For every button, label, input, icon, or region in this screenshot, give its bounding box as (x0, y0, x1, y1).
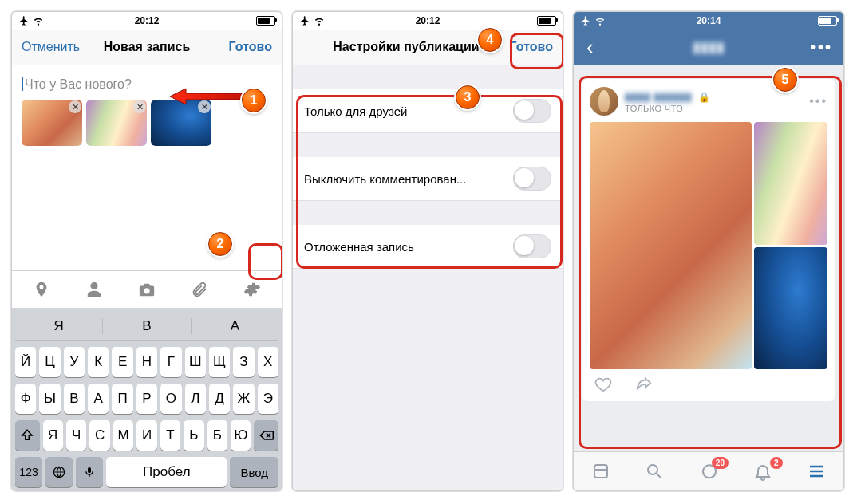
post-photos[interactable] (590, 122, 827, 369)
key-П[interactable]: П (112, 384, 132, 414)
post-photo[interactable] (754, 122, 827, 245)
key-В[interactable]: В (64, 384, 85, 414)
suggestion[interactable]: В (103, 318, 191, 334)
callout-4: 4 (478, 28, 502, 52)
like-button[interactable] (594, 376, 612, 393)
key-Б[interactable]: Б (207, 420, 227, 451)
key-Ф[interactable]: Ф (15, 384, 36, 414)
key-Р[interactable]: Р (136, 384, 157, 414)
toggle-switch[interactable] (513, 234, 551, 258)
numeric-key[interactable]: 123 (15, 457, 42, 487)
camera-icon[interactable] (136, 279, 157, 300)
done-button[interactable]: Готово (224, 40, 277, 54)
key-Н[interactable]: Н (136, 347, 157, 377)
mic-key[interactable] (76, 457, 103, 487)
key-Е[interactable]: Е (112, 347, 132, 377)
share-button[interactable] (634, 376, 654, 393)
suggestion[interactable]: Я (15, 318, 103, 334)
key-И[interactable]: И (136, 420, 156, 451)
key-К[interactable]: К (88, 347, 109, 377)
key-Т[interactable]: Т (160, 420, 180, 451)
remove-icon[interactable]: ✕ (198, 100, 211, 113)
done-button[interactable]: Готово (505, 40, 558, 54)
more-button[interactable]: ••• (804, 38, 839, 57)
key-С[interactable]: С (89, 420, 109, 451)
key-О[interactable]: О (160, 384, 181, 414)
callout-5: 5 (773, 68, 797, 92)
photo-thumbnail[interactable]: ✕ (151, 100, 211, 146)
airplane-mode-icon (580, 15, 591, 26)
attached-thumbnails: ✕ ✕ ✕ (22, 100, 272, 146)
setting-disable-comments[interactable]: Выключить комментирован... (293, 157, 563, 201)
key-Ю[interactable]: Ю (231, 420, 251, 451)
status-bar: 20:14 (574, 12, 843, 30)
cancel-button[interactable]: Отменить (17, 40, 85, 54)
key-Ь[interactable]: Ь (184, 420, 203, 451)
toggle-switch[interactable] (513, 167, 551, 191)
key-Э[interactable]: Э (258, 384, 278, 414)
key-А[interactable]: А (88, 384, 109, 414)
attachment-icon[interactable] (189, 279, 210, 300)
key-Ч[interactable]: Ч (66, 420, 86, 451)
key-Х[interactable]: Х (258, 347, 278, 377)
suggestion[interactable]: А (192, 318, 278, 334)
phone-screen-2: 20:12 Настройки публикации Готово Только… (292, 11, 563, 491)
person-icon[interactable] (84, 279, 105, 300)
tab-news[interactable] (590, 461, 611, 482)
backspace-key[interactable] (254, 420, 278, 451)
shift-key[interactable] (15, 420, 40, 451)
enter-key[interactable]: Ввод (230, 457, 278, 487)
tab-menu[interactable] (806, 461, 827, 482)
location-icon[interactable] (31, 279, 52, 300)
space-key[interactable]: Пробел (106, 457, 227, 487)
key-Я[interactable]: Я (43, 420, 63, 451)
post-header: ▮▮▮▮ ▮▮▮▮▮▮ 🔒 ТОЛЬКО ЧТО ••• (590, 87, 827, 122)
key-Л[interactable]: Л (185, 384, 206, 414)
compose-area: Что у Вас нового? ✕ ✕ ✕ (12, 65, 282, 154)
setting-scheduled-post[interactable]: Отложенная запись (293, 225, 563, 269)
key-Ш[interactable]: Ш (185, 347, 206, 377)
photo-thumbnail[interactable]: ✕ (22, 100, 82, 146)
battery-icon (537, 16, 556, 26)
tab-notifications[interactable]: 2 (752, 461, 773, 482)
setting-friends-only[interactable]: Только для друзей (293, 89, 563, 133)
nav-bar: Отменить Новая запись Готово (12, 30, 282, 65)
nav-bar: ‹ ▮▮▮▮ ••• (574, 30, 843, 65)
post-photo[interactable] (754, 247, 827, 370)
tab-search[interactable] (644, 461, 665, 482)
settings-list: Только для друзей Выключить комментирова… (293, 65, 563, 490)
key-Ы[interactable]: Ы (39, 384, 60, 414)
key-Ж[interactable]: Ж (233, 384, 254, 414)
globe-key[interactable] (45, 457, 73, 487)
battery-icon (818, 16, 837, 26)
battery-icon (256, 16, 275, 26)
back-button[interactable]: ‹ (579, 37, 602, 57)
wifi-icon (33, 15, 44, 26)
remove-icon[interactable]: ✕ (69, 100, 81, 113)
key-Д[interactable]: Д (209, 384, 230, 414)
post-author-blurred[interactable]: ▮▮▮▮ ▮▮▮▮▮▮ (625, 90, 692, 103)
compose-input[interactable]: Что у Вас нового? (22, 73, 272, 100)
post-photo[interactable] (590, 122, 752, 369)
key-М[interactable]: М (113, 420, 133, 451)
status-time: 20:12 (416, 15, 440, 26)
photo-thumbnail[interactable]: ✕ (86, 100, 147, 146)
remove-icon[interactable]: ✕ (133, 100, 146, 113)
setting-label: Отложенная запись (304, 240, 414, 254)
toggle-switch[interactable] (513, 99, 551, 123)
avatar[interactable] (590, 87, 618, 116)
key-У[interactable]: У (64, 347, 85, 377)
airplane-mode-icon (18, 15, 30, 26)
nav-title-blurred: ▮▮▮▮ (693, 38, 725, 56)
gear-icon[interactable] (242, 279, 263, 300)
status-time: 20:14 (697, 15, 721, 26)
key-Й[interactable]: Й (15, 347, 36, 377)
key-Щ[interactable]: Щ (209, 347, 230, 377)
tab-messages[interactable]: 20 (698, 461, 719, 482)
key-Г[interactable]: Г (160, 347, 181, 377)
setting-label: Выключить комментирован... (304, 172, 466, 186)
post-card: ▮▮▮▮ ▮▮▮▮▮▮ 🔒 ТОЛЬКО ЧТО ••• (582, 79, 835, 401)
post-more-button[interactable]: ••• (809, 94, 827, 108)
key-Ц[interactable]: Ц (39, 347, 60, 377)
key-З[interactable]: З (233, 347, 254, 377)
